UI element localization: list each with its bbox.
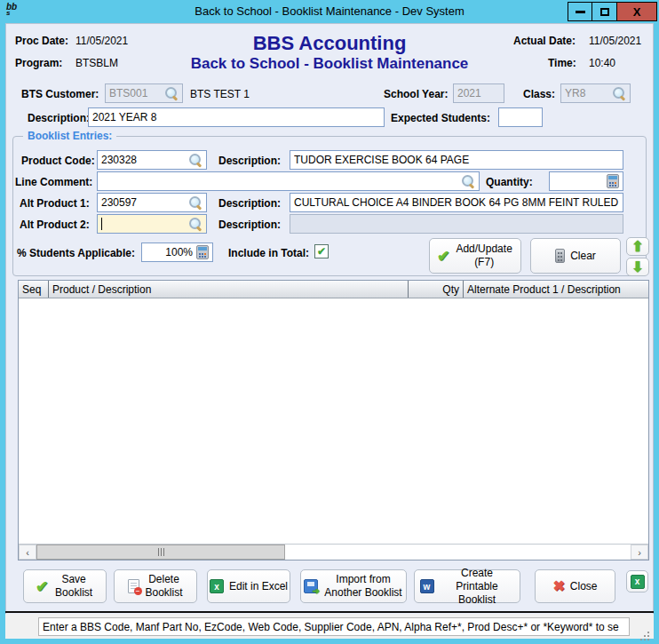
close-x-icon: ✖ (552, 579, 564, 593)
add-update-button[interactable]: ✔ Add/Update (F7) (429, 238, 521, 274)
edit-in-excel-button[interactable]: x Edit in Excel (207, 569, 290, 603)
bts-customer-search-icon[interactable] (164, 86, 179, 100)
checkmark-icon: ✔ (317, 246, 326, 257)
create-printable-booklist-button[interactable]: w Create Printable Booklist (414, 569, 520, 603)
save-booklist-button[interactable]: ✔ Save Booklist (23, 569, 107, 603)
alt-product1-search-icon[interactable] (188, 195, 202, 210)
time-label: Time: (548, 57, 576, 69)
bts-customer-field[interactable]: BTS001 (105, 83, 183, 103)
up-arrow-icon: ⬆ (631, 240, 643, 254)
include-in-total-label: Include in Total: (228, 247, 309, 259)
eraser-icon (555, 249, 565, 263)
alt1-description-field[interactable]: CULTURAL CHOICE A4 BINDER BOOK 64 PG 8MM… (290, 193, 623, 212)
window-title: Back to School - Booklist Maintenance - … (0, 4, 659, 18)
status-message: Enter a BBS Code, Manf Part No, EzCode, … (38, 617, 630, 636)
grid-header: Seq Product / Description Qty Alternate … (19, 281, 648, 298)
close-button[interactable]: ✖ Close (535, 569, 615, 603)
alt1-description-label: Description: (218, 197, 281, 210)
scroll-right-button[interactable]: › (631, 545, 648, 560)
school-year-label: School Year: (384, 88, 448, 100)
booklist-description-field[interactable]: 2021 YEAR 8 (88, 107, 385, 127)
maximize-button[interactable] (592, 2, 617, 21)
check-icon: ✔ (437, 249, 449, 264)
import-icon (304, 579, 318, 593)
line-comment-search-icon[interactable] (461, 174, 475, 188)
export-excel-button[interactable]: x (626, 570, 648, 592)
horizontal-scrollbar[interactable]: ‹ › (19, 544, 648, 560)
actual-date-value: 11/05/2021 (589, 35, 641, 47)
product-code-field[interactable]: 230328 (97, 150, 207, 170)
close-window-button[interactable]: X (617, 2, 657, 21)
line-comment-label: Line Comment: (15, 176, 92, 188)
school-year-field[interactable]: 2021 (453, 83, 504, 103)
product-description-field[interactable]: TUDOR EXERCISE BOOK 64 PAGE (290, 150, 623, 170)
excel-icon: x (631, 575, 645, 589)
class-label: Class: (523, 88, 555, 100)
alt-product1-label: Alt Product 1: (20, 197, 90, 210)
word-icon: w (420, 579, 434, 593)
quantity-label: Quantity: (486, 176, 533, 188)
alt2-description-label: Description: (218, 219, 281, 231)
grid-body-empty[interactable] (19, 298, 648, 544)
time-value: 10:40 (589, 57, 615, 69)
text-caret (101, 218, 102, 230)
maximize-icon (600, 8, 609, 16)
check-icon: ✔ (36, 579, 48, 594)
move-row-up-button[interactable]: ⬆ (626, 237, 649, 256)
class-search-icon[interactable] (612, 86, 626, 100)
alt-product1-field[interactable]: 230597 (97, 193, 207, 212)
excel-icon: x (210, 579, 224, 593)
alt2-description-field (290, 214, 623, 234)
delete-booklist-button[interactable]: Delete Booklist (114, 569, 197, 603)
bts-customer-name: BTS TEST 1 (190, 88, 250, 100)
quantity-field[interactable] (549, 171, 623, 191)
expected-students-field[interactable] (498, 107, 543, 127)
import-from-booklist-button[interactable]: Import from Another Booklist (300, 569, 407, 603)
alt-product2-search-icon[interactable] (188, 217, 202, 231)
booklist-entries-grid: Seq Product / Description Qty Alternate … (18, 280, 649, 561)
resize-grip-icon[interactable] (647, 632, 649, 633)
pct-students-field[interactable]: 100% (141, 242, 213, 262)
booklist-entries-group-label: Booklist Entries: (23, 130, 116, 142)
booklist-maintenance-window: bbs Back to School - Booklist Maintenanc… (0, 0, 659, 644)
include-in-total-checkbox[interactable]: ✔ (314, 244, 329, 258)
product-description-label: Description: (218, 155, 281, 167)
column-header-seq[interactable]: Seq (19, 281, 49, 298)
scroll-left-button[interactable]: ‹ (19, 545, 36, 560)
minimize-icon (576, 11, 585, 13)
pct-students-calculator-icon[interactable] (196, 245, 209, 259)
close-icon: X (633, 5, 641, 19)
column-header-product-description[interactable]: Product / Description (49, 281, 409, 298)
product-code-label: Product Code: (21, 155, 95, 167)
class-field[interactable]: YR8 (560, 83, 631, 103)
status-bar: Enter a BBS Code, Manf Part No, EzCode, … (5, 614, 654, 639)
bts-customer-label: BTS Customer: (21, 88, 99, 100)
down-arrow-icon: ⬇ (631, 260, 643, 274)
status-separator (5, 611, 654, 613)
title-bar: bbs Back to School - Booklist Maintenanc… (0, 0, 659, 23)
minimize-button[interactable] (568, 2, 592, 21)
clear-button[interactable]: Clear (530, 238, 621, 274)
actual-date-label: Actual Date: (513, 35, 576, 47)
product-code-search-icon[interactable] (188, 153, 202, 167)
alt-product2-label: Alt Product 2: (20, 219, 90, 231)
alt-product2-field[interactable] (97, 214, 207, 234)
scrollbar-thumb[interactable] (36, 545, 285, 560)
column-header-qty[interactable]: Qty (409, 281, 464, 298)
move-row-down-button[interactable]: ⬇ (626, 258, 649, 276)
quantity-calculator-icon[interactable] (607, 174, 619, 188)
line-comment-field[interactable] (97, 171, 480, 191)
delete-page-icon (128, 579, 139, 593)
column-header-alternate-product[interactable]: Alternate Product 1 / Description (464, 281, 648, 298)
expected-students-label: Expected Students: (391, 112, 490, 124)
pct-students-label: % Students Applicable: (17, 247, 135, 259)
description-label: Description: (28, 112, 90, 124)
